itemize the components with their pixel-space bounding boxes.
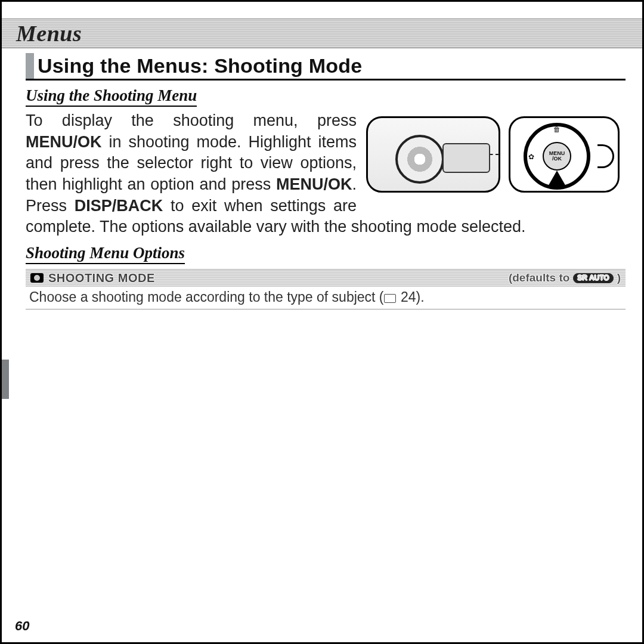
camera-illustration: MENU /OK 🗑 ✿	[366, 113, 626, 196]
option-title: SHOOTING MODE	[48, 271, 155, 285]
chapter-title: Menus	[16, 20, 82, 47]
section-side-tab	[2, 360, 9, 399]
macro-icon: ✿	[528, 153, 534, 161]
option-default-note: (defaults to SR AUTO )	[509, 271, 621, 284]
section-heading: Using the Menus: Shooting Mode	[38, 53, 362, 79]
option-shooting-mode: SHOOTING MODE (defaults to SR AUTO ) Cho…	[26, 269, 626, 309]
camera-icon	[30, 273, 44, 283]
option-description: Choose a shooting mode according to the …	[26, 287, 626, 309]
chapter-bar: Menus	[2, 18, 642, 48]
option-header: SHOOTING MODE (defaults to SR AUTO )	[26, 269, 626, 287]
selector-dial-icon: MENU /OK 🗑 ✿	[509, 116, 620, 193]
up-arrow-icon	[547, 171, 566, 187]
dial-hub-label: MENU /OK	[543, 142, 571, 171]
page-number: 60	[15, 618, 29, 634]
heading-marker	[26, 53, 34, 79]
trash-icon: 🗑	[553, 125, 561, 134]
camera-body-icon	[366, 116, 500, 193]
subsection-shooting-menu-options: Shooting Menu Options	[26, 244, 185, 264]
sr-auto-badge: SR AUTO	[573, 273, 613, 283]
page-ref-icon	[384, 294, 396, 303]
section-heading-row: Using the Menus: Shooting Mode	[26, 53, 626, 80]
subsection-using-shooting-menu: Using the Shooting Menu	[26, 86, 197, 107]
